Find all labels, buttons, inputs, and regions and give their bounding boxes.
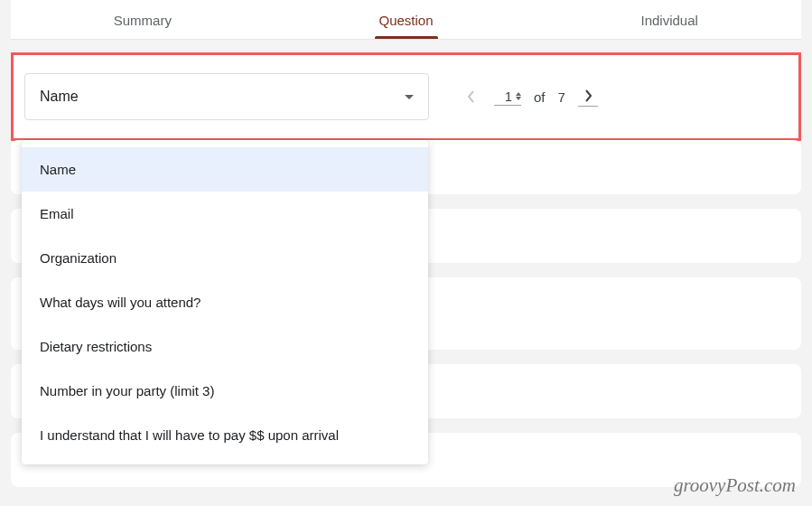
question-select[interactable]: Name (24, 73, 429, 120)
caret-down-icon (405, 95, 414, 99)
question-select-value: Name (40, 89, 79, 105)
tab-question[interactable]: Question (275, 0, 538, 39)
chevron-right-icon (583, 89, 593, 103)
pager-next[interactable] (578, 87, 598, 107)
question-dropdown: Name Email Organization What days will y… (22, 140, 428, 464)
chevron-left-icon (467, 89, 476, 104)
question-controls-highlight: Name 1 of 7 (11, 52, 801, 141)
dropdown-option[interactable]: Organization (22, 236, 428, 280)
dropdown-option[interactable]: Name (22, 147, 428, 192)
pager-of-label: of (534, 89, 546, 105)
dropdown-option[interactable]: What days will you attend? (22, 280, 428, 324)
dropdown-option[interactable]: I understand that I will have to pay $$ … (22, 413, 428, 457)
dropdown-option[interactable]: Email (22, 192, 428, 236)
stepper-icon (516, 92, 521, 100)
pager-current: 1 (494, 89, 512, 104)
pager-current-wrap[interactable]: 1 (494, 89, 521, 106)
tab-summary[interactable]: Summary (11, 0, 275, 39)
dropdown-option[interactable]: Dietary restrictions (22, 324, 428, 369)
tab-individual[interactable]: Individual (537, 0, 801, 39)
dropdown-option[interactable]: Number in your party (limit 3) (22, 369, 428, 413)
pager-prev[interactable] (462, 87, 481, 107)
watermark: groovyPost.com (674, 474, 796, 497)
responses-tabs: Summary Question Individual (11, 0, 801, 40)
pager-total: 7 (558, 89, 565, 105)
question-pager: 1 of 7 (462, 87, 598, 107)
